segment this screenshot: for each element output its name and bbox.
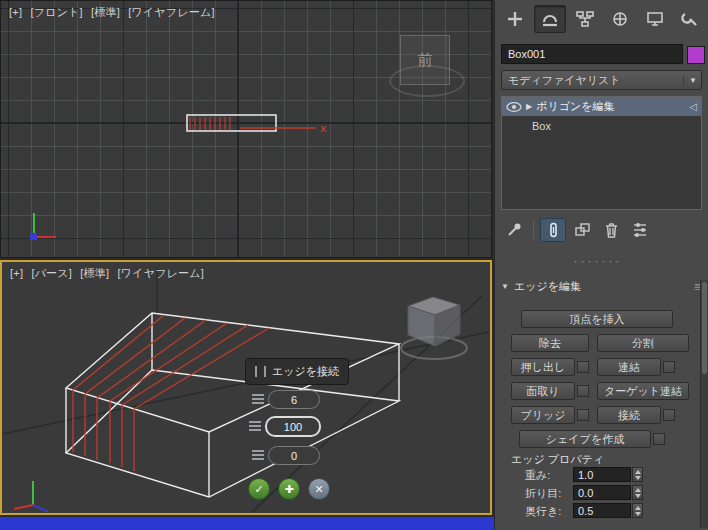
caddy-drag-handle-icon[interactable] [255, 366, 266, 377]
motion-icon [614, 13, 626, 25]
segments-icon [252, 394, 264, 406]
create-shape-settings-button[interactable] [653, 433, 665, 445]
weight-spinner[interactable] [632, 467, 643, 482]
extrude-button[interactable]: 押し出し [511, 358, 575, 376]
viewcube-front-label: 前 [418, 51, 433, 70]
segments-value[interactable]: 6 [268, 390, 320, 409]
3dsmax-window: x 前 [+] [フロント] [標準] [ワイヤフレーム] [0, 0, 708, 530]
spinner-up-icon[interactable] [635, 506, 641, 510]
tab-motion[interactable] [604, 5, 636, 33]
visibility-eye-icon[interactable] [506, 102, 522, 112]
viewport-front[interactable]: x 前 [+] [フロント] [標準] [ワイヤフレーム] [0, 0, 492, 258]
modifier-list-dropdown[interactable]: モディファイヤリスト ▼ [501, 70, 702, 90]
viewcube-3d[interactable] [401, 297, 467, 359]
crease-field[interactable]: 0.0 [573, 485, 631, 500]
show-end-result-button[interactable] [540, 218, 566, 242]
modify-icon [543, 16, 557, 25]
tab-utilities[interactable] [674, 5, 706, 33]
caddy-slide-field[interactable]: 0 [252, 446, 320, 465]
tab-modify[interactable] [534, 5, 566, 33]
slide-icon [252, 450, 264, 462]
caddy-title[interactable]: エッジを接続 [245, 358, 349, 385]
rollout-collapse-icon: ▼ [501, 282, 509, 291]
weld-button[interactable]: 連結 [597, 358, 661, 376]
create-icon [508, 12, 522, 26]
split-button[interactable]: 分割 [597, 334, 689, 352]
object-name-field[interactable] [501, 44, 683, 64]
remove-button[interactable]: 除去 [511, 334, 589, 352]
depth-field[interactable]: 0.5 [573, 503, 631, 518]
viewport-persp-menu: [+] [パース] [標準] [ワイヤフレーム] [10, 266, 209, 281]
connect-settings-button[interactable] [663, 409, 675, 421]
target-weld-button[interactable]: ターゲット連結 [597, 382, 689, 400]
viewport-style-menu[interactable]: [ワイヤフレーム] [128, 6, 214, 18]
stack-item-marker-icon[interactable]: ◁ [689, 101, 697, 112]
extrude-settings-button[interactable] [577, 361, 589, 373]
stack-item-label: ポリゴンを編集 [536, 99, 685, 114]
tab-hierarchy[interactable] [569, 5, 601, 33]
spinner-down-icon[interactable] [635, 512, 641, 516]
make-unique-button[interactable] [569, 218, 595, 242]
bridge-button[interactable]: ブリッジ [511, 406, 575, 424]
panel-scrollbar[interactable] [700, 280, 708, 528]
axis-tripod-icon [30, 213, 56, 240]
panel-scrollbar-thumb[interactable] [702, 282, 707, 374]
viewport-pov-menu[interactable]: [パース] [31, 267, 72, 279]
pinch-value[interactable]: 100 [265, 416, 321, 437]
spinner-up-icon[interactable] [635, 488, 641, 492]
connect-preview-front [190, 117, 230, 130]
panel-resize-handle[interactable]: ······· [495, 256, 701, 266]
chamfer-button[interactable]: 面取り [511, 382, 575, 400]
stack-item-label: Box [532, 120, 551, 132]
spinner-down-icon[interactable] [635, 494, 641, 498]
slide-value[interactable]: 0 [268, 446, 320, 465]
viewport-pov-menu[interactable]: [フロント] [30, 6, 82, 18]
gizmo-x-label: x [320, 122, 327, 135]
make-unique-icon [573, 221, 591, 239]
viewport-shading-menu[interactable]: [標準] [91, 6, 120, 18]
insert-vertex-button[interactable]: 頂点を挿入 [521, 310, 673, 328]
persp-viewport-canvas[interactable] [2, 262, 489, 512]
pin-stack-button[interactable] [501, 218, 527, 242]
viewport-front-menu: [+] [フロント] [標準] [ワイヤフレーム] [9, 5, 220, 20]
crease-spinner[interactable] [632, 485, 643, 500]
chamfer-settings-button[interactable] [577, 385, 589, 397]
trash-icon [602, 221, 620, 239]
viewport-general-menu[interactable]: [+] [9, 6, 22, 18]
weight-field[interactable]: 1.0 [573, 467, 631, 482]
object-color-swatch[interactable] [687, 46, 705, 64]
viewport-perspective[interactable]: [+] [パース] [標準] [ワイヤフレーム] エッジを接続 6 100 0 … [0, 260, 492, 515]
rollout-header-edit-edges[interactable]: ▼ エッジを編集 ≣ [501, 278, 702, 295]
command-panel-tabs [499, 5, 706, 33]
caddy-pinch-field[interactable]: 100 [249, 416, 321, 437]
configure-modifier-sets-button[interactable] [627, 218, 653, 242]
stack-item-box[interactable]: Box [502, 116, 701, 135]
viewport-shading-menu[interactable]: [標準] [80, 267, 109, 279]
expand-arrow-icon[interactable]: ▶ [526, 102, 532, 111]
caddy-cancel-button[interactable]: ✕ [308, 478, 330, 500]
pinch-icon [249, 421, 261, 433]
spinner-down-icon[interactable] [635, 476, 641, 480]
viewport-general-menu[interactable]: [+] [10, 267, 23, 279]
caddy-apply-button[interactable]: ✚ [278, 478, 300, 500]
weld-settings-button[interactable] [663, 361, 675, 373]
spinner-up-icon[interactable] [635, 470, 641, 474]
tab-display[interactable] [639, 5, 671, 33]
connect-preview-edges [73, 315, 269, 471]
viewcube[interactable]: 前 [400, 35, 450, 85]
stack-item-edit-poly[interactable]: ▶ ポリゴンを編集 ◁ [502, 97, 701, 116]
depth-value: 0.5 [578, 505, 593, 517]
depth-spinner[interactable] [632, 503, 643, 518]
caddy-ok-button[interactable]: ✓ [248, 478, 270, 500]
bridge-settings-button[interactable] [577, 409, 589, 421]
viewport-style-menu[interactable]: [ワイヤフレーム] [118, 267, 204, 279]
caddy-segments-field[interactable]: 6 [252, 390, 320, 409]
connect-button[interactable]: 接続 [597, 406, 661, 424]
remove-modifier-button[interactable] [598, 218, 624, 242]
box-wireframe[interactable] [66, 313, 399, 497]
maxscript-mini-listener[interactable] [0, 517, 494, 530]
create-shape-button[interactable]: シェイプを作成 [519, 430, 651, 448]
stack-toolbar [501, 218, 653, 242]
tab-create[interactable] [499, 5, 531, 33]
modifier-stack: ▶ ポリゴンを編集 ◁ Box [501, 96, 702, 210]
